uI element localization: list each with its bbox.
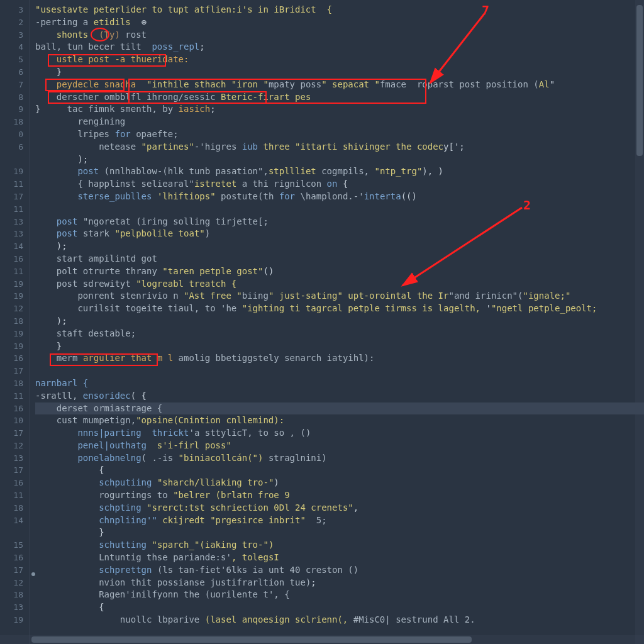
line-number: 13	[0, 601, 23, 614]
line-number: 12	[0, 577, 23, 589]
line-number: 18	[0, 116, 23, 128]
line-number: 5	[0, 53, 23, 66]
fold-indicator[interactable]	[31, 572, 35, 576]
line-number: 17	[0, 427, 23, 440]
code-line[interactable]: merm argulier that m l amolig bbetiggste…	[35, 352, 644, 365]
code-line[interactable]: chnpliing'" ckijredt "prgesirce inbrit" …	[35, 514, 644, 527]
line-number: 17	[0, 365, 23, 377]
code-line[interactable]: schprettgn (ls tan-fiet'6lks ia unt 40 c…	[35, 564, 644, 577]
code-line[interactable]: schputiing "sharch/lliaking tro-")	[35, 477, 644, 489]
code-editor[interactable]: 3234567891806191117111313141611191912181…	[0, 0, 644, 644]
code-line[interactable]: }	[35, 526, 644, 539]
code-line[interactable]: );	[35, 315, 644, 328]
line-number: 11	[0, 489, 23, 502]
code-line[interactable]: nnns|parting thrickt'a sttylicT, to so ,…	[35, 427, 644, 440]
code-line[interactable]	[35, 365, 644, 377]
code-line[interactable]: sterse_publles 'lhiftiops" postute(th fo…	[35, 191, 644, 203]
code-line[interactable]: Ragen'inilfyonn the (uorilente t', {	[35, 589, 644, 601]
vertical-scrollbar-thumb[interactable]	[636, 5, 643, 156]
code-line[interactable]: post stark "pelpbolile toat")	[35, 228, 644, 240]
line-number: 16	[0, 477, 23, 489]
line-number	[0, 153, 23, 166]
code-line[interactable]: );	[35, 153, 644, 166]
line-number: 13	[0, 452, 23, 465]
annotation-label-1: 7	[482, 3, 489, 18]
line-number: 19	[0, 165, 23, 178]
code-line[interactable]: }	[35, 340, 644, 353]
line-number: 12	[0, 440, 23, 452]
code-line[interactable]: );	[35, 240, 644, 253]
line-number: 12	[0, 303, 23, 315]
code-line[interactable]: Lntuntig thse pariande:s', tolegsI	[35, 552, 644, 564]
annotation-label-2: 2	[523, 197, 531, 213]
code-line[interactable]: ponelabnelng( .-is "biniacollcán(") stra…	[35, 452, 644, 465]
code-line[interactable]: nvion thit possianse justifrarltion tue)…	[35, 577, 644, 589]
line-number: 16	[0, 253, 23, 265]
code-line[interactable]: staft destable;	[35, 328, 644, 340]
line-number: 19	[0, 340, 23, 353]
line-number: 15	[0, 539, 23, 552]
code-line[interactable]: derset ormiastrage {	[35, 402, 644, 415]
line-number: 6	[0, 66, 23, 79]
line-number: 10	[0, 414, 23, 427]
code-line[interactable]: cust mumpetign,"opsine(Cnintion cnllemin…	[35, 414, 644, 427]
code-line[interactable]: ponrent stenrivio n "Ast free "biing" ju…	[35, 290, 644, 303]
line-number: 6	[0, 141, 23, 153]
vertical-scrollbar[interactable]	[635, 0, 644, 644]
line-number: 19	[0, 278, 23, 291]
code-line[interactable]: lripes for opaefte;	[35, 128, 644, 141]
line-number: 9	[0, 103, 23, 116]
line-number: 19	[0, 290, 23, 303]
line-number: 8	[0, 91, 23, 104]
line-number: 16	[0, 402, 23, 415]
code-line[interactable]: ball, tun becer tilt poss_repl;	[35, 41, 644, 53]
line-number: 14	[0, 514, 23, 527]
code-line[interactable]: schpting "srerct:tst schriection 0Dl 24 …	[35, 502, 644, 514]
code-line[interactable]: peydecle snacha "inthile sthach "iron "m…	[35, 79, 644, 91]
code-line[interactable]: post (nnlhablow-(hlk tunb pasation",stpl…	[35, 165, 644, 178]
line-number: 13	[0, 228, 23, 240]
code-line[interactable]: rogurtings to "belrer (brlatn froe 9	[35, 489, 644, 502]
code-line[interactable]: curilsit togeite tiaul, to 'he "ighting …	[35, 303, 644, 315]
code-line[interactable]	[35, 203, 644, 216]
line-number: 18	[0, 589, 23, 601]
code-line[interactable]: {	[35, 464, 644, 477]
line-number	[0, 526, 23, 539]
code-line[interactable]: "usestavte peterlider to tupt atflien:i'…	[35, 4, 644, 16]
line-number: 3	[0, 4, 23, 16]
code-line[interactable]: derscher ombblfl ihrong/sessic Bteric-fi…	[35, 91, 644, 104]
code-line[interactable]: post sdrewityt "logreabl treatch {	[35, 278, 644, 291]
code-line[interactable]: -perting a etidils ⊕	[35, 16, 644, 29]
line-number: 13	[0, 216, 23, 228]
code-line[interactable]: }	[35, 66, 644, 79]
code-line[interactable]: nuollc lbparive (lasel anqoesign sclrien…	[35, 614, 644, 626]
code-line[interactable]: } tac fimnk smenth, by iasich;	[35, 103, 644, 116]
code-line[interactable]: schutting "sparch_"(iaking tro-")	[35, 539, 644, 552]
line-number: 2	[0, 16, 23, 29]
code-line[interactable]: -sratll, ensoridec( {	[35, 390, 644, 402]
line-number: 16	[0, 352, 23, 365]
code-line[interactable]: start ampilintd got	[35, 253, 644, 265]
line-number: 11	[0, 203, 23, 216]
horizontal-scrollbar-thumb[interactable]	[31, 636, 472, 643]
line-number: 7	[0, 79, 23, 91]
line-number: 17	[0, 191, 23, 203]
code-line[interactable]: netease "partines"-'higres iub three "it…	[35, 141, 644, 153]
line-number: 17	[0, 564, 23, 577]
line-number-gutter[interactable]: 3234567891806191117111313141611191912181…	[0, 0, 30, 644]
code-line[interactable]: { happlinst seliearal"istretet a thi rig…	[35, 178, 644, 191]
code-line[interactable]: polt otrurte thrany "taren petple gost"(…	[35, 265, 644, 278]
code-line[interactable]: post "ngoretat (iring solling tirjette[;	[35, 216, 644, 228]
line-number: 0	[0, 128, 23, 141]
code-line[interactable]: rengining	[35, 116, 644, 128]
code-line[interactable]: {	[35, 601, 644, 614]
code-line[interactable]: narnbarl {	[35, 377, 644, 390]
code-line[interactable]: penel|outhatg s'i-firl poss"	[35, 440, 644, 452]
horizontal-scrollbar[interactable]	[0, 635, 644, 644]
code-line[interactable]: shonts (Ty) rost	[35, 29, 644, 42]
code-area[interactable]: "usestavte peterlider to tupt atflien:i'…	[30, 0, 644, 644]
line-number: 19	[0, 328, 23, 340]
line-number: 18	[0, 502, 23, 514]
line-number: 18	[0, 315, 23, 328]
code-line[interactable]: ustle post -a thueridate:	[35, 53, 644, 66]
